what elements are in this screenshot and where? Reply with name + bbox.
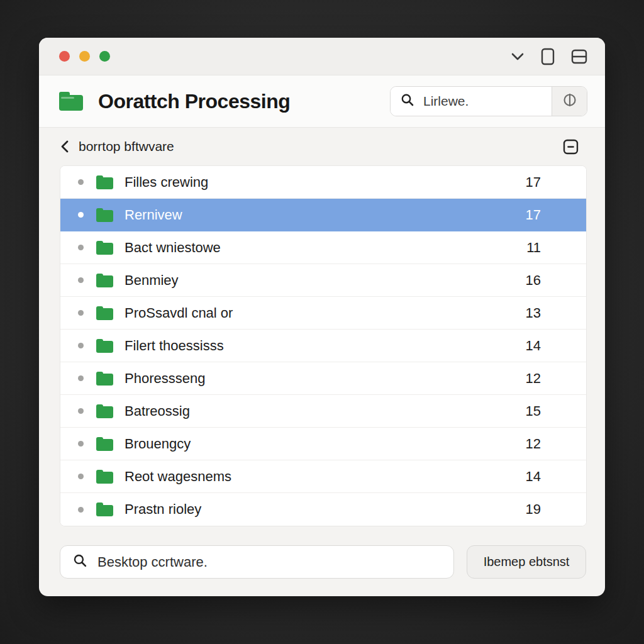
folder-name: ProSsavdl cnal or [125, 305, 526, 321]
folder-name: Brouengcy [125, 436, 526, 452]
table-row[interactable]: Batreossig15 [60, 395, 586, 428]
row-bullet-dot [78, 212, 84, 218]
folder-list: Filles crewing17Rernivew17Bact wniestowe… [60, 165, 587, 526]
table-row[interactable]: Filles crewing17 [60, 166, 586, 199]
phi-circle-icon [562, 92, 577, 110]
chevron-down-icon[interactable] [511, 52, 525, 61]
folder-name: Rernivew [125, 207, 526, 223]
window-outline-icon[interactable] [541, 48, 555, 65]
traffic-lights [59, 51, 110, 62]
row-bullet-dot [78, 310, 84, 316]
item-count: 16 [526, 272, 586, 289]
folder-icon [96, 208, 113, 222]
folder-name: Filles crewing [125, 174, 526, 191]
item-count: 17 [526, 207, 586, 223]
table-row[interactable]: Rernivew17 [60, 199, 586, 231]
item-count: 13 [526, 305, 586, 321]
folder-name: Prastn rioley [125, 501, 526, 518]
row-bullet-dot [78, 245, 84, 250]
table-row[interactable]: Brouengcy12 [60, 428, 586, 460]
footer: Ibemep ebtsnst [60, 545, 586, 579]
item-count: 12 [526, 436, 586, 452]
header-search-group [390, 86, 587, 116]
item-count: 12 [526, 370, 586, 387]
footer-action-button[interactable]: Ibemep ebtsnst [467, 545, 586, 579]
minimize-window-button[interactable] [79, 51, 90, 62]
folder-name: Phoressseng [125, 370, 526, 387]
table-row[interactable]: Filert thoessisss14 [60, 330, 586, 362]
row-bullet-dot [78, 277, 84, 283]
item-count: 14 [526, 469, 586, 485]
item-count: 14 [526, 338, 586, 354]
titlebar [39, 38, 605, 75]
app-window: Oorattch Processing borrtop bftwvare F [39, 38, 605, 596]
filter-scope-button[interactable] [552, 87, 587, 116]
row-bullet-dot [78, 343, 84, 348]
row-bullet-dot [78, 375, 84, 381]
folder-name: Batreossig [125, 403, 526, 419]
app-folder-icon [59, 92, 83, 111]
folder-icon [96, 306, 113, 320]
row-bullet-dot [78, 408, 84, 414]
folder-icon [96, 404, 113, 418]
folder-icon [96, 241, 113, 255]
header: Oorattch Processing [39, 75, 605, 128]
item-count: 17 [526, 174, 586, 191]
folder-icon [96, 339, 113, 353]
header-search[interactable] [391, 87, 552, 116]
table-row[interactable]: Bact wniestowe11 [60, 231, 586, 264]
row-bullet-dot [78, 474, 84, 479]
breadcrumb[interactable]: borrtop bftwvare [79, 139, 562, 154]
footer-search-input[interactable] [96, 553, 441, 571]
folder-icon [96, 502, 113, 516]
zoom-window-button[interactable] [99, 51, 110, 62]
table-row[interactable]: Prastn rioley19 [60, 493, 586, 526]
collapse-panel-icon[interactable] [562, 138, 579, 155]
folder-name: Filert thoessisss [125, 338, 526, 354]
folder-name: Benmiey [125, 272, 526, 289]
table-row[interactable]: Benmiey16 [60, 264, 586, 297]
folder-icon [96, 372, 113, 386]
footer-search[interactable] [60, 545, 454, 579]
search-icon [73, 553, 87, 570]
table-row[interactable]: ProSsavdl cnal or13 [60, 297, 586, 330]
row-bullet-dot [78, 441, 84, 447]
folder-icon [96, 470, 113, 484]
search-icon [401, 93, 414, 109]
table-row[interactable]: Phoressseng12 [60, 362, 586, 395]
folder-name: Reot wagesnems [125, 469, 526, 485]
header-search-input[interactable] [422, 93, 541, 109]
row-bullet-dot [78, 179, 84, 185]
close-window-button[interactable] [59, 51, 70, 62]
page-title: Oorattch Processing [98, 90, 390, 113]
folder-icon [96, 437, 113, 451]
item-count: 19 [526, 501, 586, 518]
table-row[interactable]: Reot wagesnems14 [60, 460, 586, 493]
folder-icon [96, 175, 113, 189]
folder-icon [96, 274, 113, 287]
breadcrumb-bar: borrtop bftwvare [39, 128, 605, 165]
folder-name: Bact wniestowe [125, 240, 526, 256]
item-count: 11 [526, 240, 586, 256]
item-count: 15 [526, 403, 586, 419]
split-window-icon[interactable] [571, 49, 587, 64]
back-chevron-icon[interactable] [60, 140, 70, 153]
row-bullet-dot [78, 507, 84, 513]
